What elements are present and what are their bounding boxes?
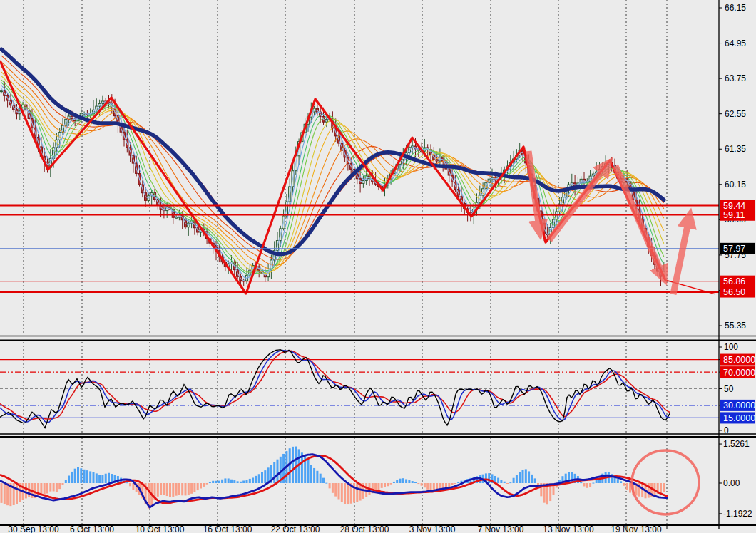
histogram-bar — [80, 468, 82, 483]
histogram-bar — [307, 460, 310, 483]
histogram-bar — [108, 473, 110, 483]
histogram-bar — [181, 483, 183, 495]
histogram-bar — [169, 483, 171, 497]
histogram-bar — [172, 483, 174, 497]
price-level-badge-label: 85.0000 — [723, 355, 755, 365]
histogram-bar — [46, 483, 48, 494]
histogram-bar — [347, 483, 349, 504]
histogram-bar — [663, 483, 665, 492]
macd-tick-label: 1.5261 — [723, 439, 750, 449]
histogram-bar — [188, 483, 190, 495]
price-level-badge-label: 56.50 — [723, 287, 745, 297]
histogram-bar — [313, 468, 315, 483]
histogram-bar — [617, 479, 619, 483]
time-tick-label: 3 Nov 13:00 — [409, 524, 456, 533]
histogram-bar — [528, 471, 530, 483]
histogram-bar — [233, 480, 235, 483]
histogram-bar — [58, 483, 61, 489]
histogram-bar — [295, 447, 297, 483]
histogram-bar — [329, 483, 331, 488]
histogram-bar — [592, 483, 594, 484]
histogram-bar — [623, 483, 625, 486]
histogram-bar — [522, 470, 524, 483]
histogram-bar — [500, 480, 502, 483]
histogram-bar — [430, 483, 432, 490]
price-tick-label: 62.55 — [725, 109, 746, 119]
histogram-bar — [264, 470, 266, 483]
histogram-bar — [377, 483, 379, 490]
histogram-bar — [215, 481, 218, 483]
histogram-bar — [230, 480, 233, 483]
histogram-bar — [68, 476, 70, 484]
histogram-bar — [513, 478, 515, 483]
histogram-bar — [273, 462, 275, 483]
time-tick-label: 19 Nov 13:00 — [611, 524, 662, 533]
histogram-bar — [488, 473, 490, 483]
oscillator-tick-label: 0 — [724, 425, 729, 435]
histogram-bar — [228, 478, 230, 483]
price-tick-label: 63.75 — [725, 73, 746, 83]
histogram-bar — [101, 475, 103, 483]
histogram-bar — [65, 480, 67, 483]
histogram-bar — [320, 474, 322, 483]
price-level-badge-label: 70.0000 — [723, 368, 755, 378]
histogram-bar — [71, 472, 73, 483]
histogram-bar — [660, 483, 662, 493]
histogram-bar — [197, 483, 199, 490]
histogram-bar — [221, 480, 223, 483]
histogram-bar — [589, 483, 591, 487]
price-tick-label: 60.15 — [725, 180, 746, 190]
histogram-bar — [292, 447, 294, 483]
histogram-bar — [166, 483, 168, 496]
chart-canvas[interactable]: 66.1564.9563.7562.5561.3560.1558.9557.75… — [0, 0, 756, 533]
histogram-bar — [451, 483, 454, 485]
histogram-bar — [56, 483, 58, 492]
histogram-bar — [325, 483, 327, 484]
histogram-bar — [157, 483, 159, 497]
histogram-bar — [98, 475, 101, 483]
histogram-bar — [96, 473, 98, 483]
histogram-bar — [457, 482, 459, 483]
histogram-bar — [252, 477, 254, 483]
histogram-bar — [1, 483, 3, 503]
histogram-bar — [242, 480, 245, 483]
histogram-bar — [25, 483, 27, 498]
histogram-bar — [175, 483, 178, 496]
oscillator-tick-label: 100 — [724, 342, 738, 352]
price-level-badge-label: 59.11 — [723, 210, 745, 220]
price-level-badge-label: 57.97 — [723, 244, 745, 254]
histogram-bar — [405, 479, 407, 483]
histogram-bar — [412, 481, 414, 483]
histogram-bar — [49, 483, 51, 492]
time-tick-label: 22 Oct 13:00 — [271, 524, 320, 533]
histogram-bar — [322, 478, 325, 483]
histogram-bar — [534, 478, 536, 483]
histogram-bar — [126, 482, 128, 483]
price-tick-label: 55.35 — [725, 321, 746, 331]
histogram-bar — [504, 482, 506, 483]
histogram-bar — [89, 471, 91, 483]
histogram-bar — [203, 483, 205, 487]
histogram-bar — [83, 470, 86, 483]
histogram-bar — [334, 483, 337, 497]
histogram-bar — [583, 483, 586, 487]
macd-tick-label: 0.00 — [723, 478, 740, 488]
histogram-bar — [316, 471, 318, 483]
trading-chart-window: 66.1564.9563.7562.5561.3560.1558.9557.75… — [0, 0, 756, 533]
histogram-bar — [178, 483, 180, 495]
histogram-bar — [448, 483, 450, 487]
time-tick-label: 13 Nov 13:00 — [543, 524, 594, 533]
histogram-bar — [332, 483, 334, 493]
histogram-bar — [277, 460, 279, 483]
price-tick-label: 64.95 — [725, 38, 746, 48]
histogram-bar — [497, 478, 499, 483]
histogram-bar — [356, 483, 358, 502]
histogram-bar — [255, 476, 257, 483]
histogram-bar — [218, 481, 220, 483]
histogram-bar — [506, 483, 509, 484]
histogram-bar — [399, 479, 402, 483]
histogram-bar — [74, 469, 76, 483]
price-tick-label: 61.35 — [725, 144, 746, 154]
histogram-bar — [240, 482, 242, 483]
histogram-bar — [249, 479, 251, 483]
